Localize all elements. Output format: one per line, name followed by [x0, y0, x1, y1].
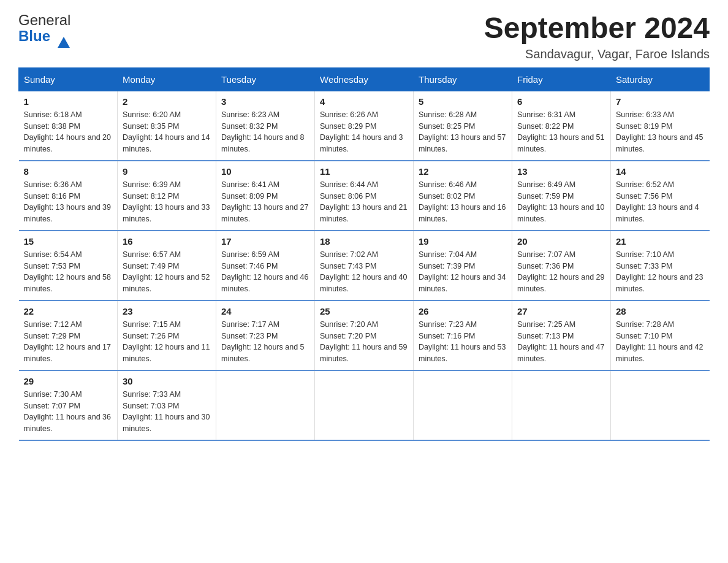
day-info: Sunrise: 6:46 AMSunset: 8:02 PMDaylight:… — [419, 179, 507, 225]
calendar-cell: 19Sunrise: 7:04 AMSunset: 7:39 PMDayligh… — [414, 231, 512, 301]
calendar-cell — [512, 370, 611, 440]
day-info: Sunrise: 6:33 AMSunset: 8:19 PMDaylight:… — [616, 109, 705, 155]
day-number: 4 — [320, 96, 408, 107]
day-number: 2 — [123, 96, 211, 107]
day-number: 23 — [123, 306, 211, 316]
day-info: Sunrise: 7:30 AMSunset: 7:07 PMDaylight:… — [24, 389, 113, 435]
day-info: Sunrise: 7:20 AMSunset: 7:20 PMDaylight:… — [320, 319, 408, 365]
calendar-cell: 4Sunrise: 6:26 AMSunset: 8:29 PMDaylight… — [315, 91, 414, 161]
calendar-cell: 21Sunrise: 7:10 AMSunset: 7:33 PMDayligh… — [611, 231, 710, 301]
day-number: 3 — [221, 96, 309, 107]
days-header-row: SundayMondayTuesdayWednesdayThursdayFrid… — [19, 67, 710, 91]
calendar-cell — [611, 370, 710, 440]
calendar-cell: 26Sunrise: 7:23 AMSunset: 7:16 PMDayligh… — [414, 301, 512, 370]
day-number: 17 — [221, 236, 309, 247]
day-number: 1 — [24, 96, 113, 107]
calendar-cell: 30Sunrise: 7:33 AMSunset: 7:03 PMDayligh… — [118, 370, 216, 440]
day-number: 25 — [320, 306, 408, 316]
day-header-saturday: Saturday — [611, 67, 710, 91]
day-number: 16 — [123, 236, 211, 247]
day-number: 9 — [123, 166, 211, 177]
calendar-cell: 16Sunrise: 6:57 AMSunset: 7:49 PMDayligh… — [118, 231, 216, 301]
logo-general: General — [18, 12, 70, 28]
day-number: 20 — [517, 236, 605, 247]
day-number: 24 — [221, 306, 309, 316]
week-row-3: 15Sunrise: 6:54 AMSunset: 7:53 PMDayligh… — [19, 231, 710, 301]
calendar-cell: 8Sunrise: 6:36 AMSunset: 8:16 PMDaylight… — [19, 161, 118, 231]
day-info: Sunrise: 6:57 AMSunset: 7:49 PMDaylight:… — [123, 249, 211, 295]
calendar-header: SundayMondayTuesdayWednesdayThursdayFrid… — [19, 67, 710, 91]
calendar-cell: 11Sunrise: 6:44 AMSunset: 8:06 PMDayligh… — [315, 161, 414, 231]
day-header-friday: Friday — [512, 67, 611, 91]
day-info: Sunrise: 6:52 AMSunset: 7:56 PMDaylight:… — [616, 179, 705, 225]
day-info: Sunrise: 6:39 AMSunset: 8:12 PMDaylight:… — [123, 179, 211, 225]
day-number: 13 — [517, 166, 605, 177]
calendar-cell: 1Sunrise: 6:18 AMSunset: 8:38 PMDaylight… — [19, 91, 118, 161]
day-header-monday: Monday — [118, 67, 216, 91]
day-number: 30 — [123, 376, 211, 386]
day-info: Sunrise: 7:28 AMSunset: 7:10 PMDaylight:… — [616, 319, 705, 365]
svg-marker-0 — [58, 37, 70, 48]
day-header-thursday: Thursday — [414, 67, 512, 91]
week-row-2: 8Sunrise: 6:36 AMSunset: 8:16 PMDaylight… — [19, 161, 710, 231]
calendar-title: September 2024 — [484, 12, 710, 45]
day-number: 8 — [24, 166, 113, 177]
day-info: Sunrise: 6:26 AMSunset: 8:29 PMDaylight:… — [320, 109, 408, 155]
calendar-cell: 27Sunrise: 7:25 AMSunset: 7:13 PMDayligh… — [512, 301, 611, 370]
calendar-cell: 25Sunrise: 7:20 AMSunset: 7:20 PMDayligh… — [315, 301, 414, 370]
title-area: September 2024 Sandavagur, Vagar, Faroe … — [484, 12, 710, 61]
calendar-cell: 18Sunrise: 7:02 AMSunset: 7:43 PMDayligh… — [315, 231, 414, 301]
day-number: 27 — [517, 306, 605, 316]
day-number: 21 — [616, 236, 705, 247]
day-info: Sunrise: 6:18 AMSunset: 8:38 PMDaylight:… — [24, 109, 113, 155]
day-info: Sunrise: 7:15 AMSunset: 7:26 PMDaylight:… — [123, 319, 211, 365]
day-info: Sunrise: 7:33 AMSunset: 7:03 PMDaylight:… — [123, 389, 211, 435]
day-number: 19 — [419, 236, 507, 247]
day-info: Sunrise: 7:17 AMSunset: 7:23 PMDaylight:… — [221, 319, 309, 365]
day-header-tuesday: Tuesday — [216, 67, 315, 91]
calendar-cell: 12Sunrise: 6:46 AMSunset: 8:02 PMDayligh… — [414, 161, 512, 231]
day-number: 22 — [24, 306, 113, 316]
calendar-cell: 17Sunrise: 6:59 AMSunset: 7:46 PMDayligh… — [216, 231, 315, 301]
day-info: Sunrise: 6:20 AMSunset: 8:35 PMDaylight:… — [123, 109, 211, 155]
calendar-cell: 3Sunrise: 6:23 AMSunset: 8:32 PMDaylight… — [216, 91, 315, 161]
day-info: Sunrise: 6:36 AMSunset: 8:16 PMDaylight:… — [24, 179, 113, 225]
calendar-cell: 7Sunrise: 6:33 AMSunset: 8:19 PMDaylight… — [611, 91, 710, 161]
day-info: Sunrise: 7:23 AMSunset: 7:16 PMDaylight:… — [419, 319, 507, 365]
calendar-cell: 2Sunrise: 6:20 AMSunset: 8:35 PMDaylight… — [118, 91, 216, 161]
calendar-cell: 20Sunrise: 7:07 AMSunset: 7:36 PMDayligh… — [512, 231, 611, 301]
day-number: 29 — [24, 376, 113, 386]
day-info: Sunrise: 6:44 AMSunset: 8:06 PMDaylight:… — [320, 179, 408, 225]
header: General Blue September 2024 Sandavagur, … — [18, 12, 710, 61]
day-header-wednesday: Wednesday — [315, 67, 414, 91]
calendar-cell: 5Sunrise: 6:28 AMSunset: 8:25 PMDaylight… — [414, 91, 512, 161]
logo-blue: Blue — [18, 28, 50, 44]
day-number: 28 — [616, 306, 705, 316]
day-info: Sunrise: 6:49 AMSunset: 7:59 PMDaylight:… — [517, 179, 605, 225]
day-number: 18 — [320, 236, 408, 247]
week-row-4: 22Sunrise: 7:12 AMSunset: 7:29 PMDayligh… — [19, 301, 710, 370]
day-header-sunday: Sunday — [19, 67, 118, 91]
day-info: Sunrise: 7:04 AMSunset: 7:39 PMDaylight:… — [419, 249, 507, 295]
calendar-cell: 14Sunrise: 6:52 AMSunset: 7:56 PMDayligh… — [611, 161, 710, 231]
calendar-cell: 6Sunrise: 6:31 AMSunset: 8:22 PMDaylight… — [512, 91, 611, 161]
day-number: 7 — [616, 96, 705, 107]
day-number: 10 — [221, 166, 309, 177]
day-info: Sunrise: 7:12 AMSunset: 7:29 PMDaylight:… — [24, 319, 113, 365]
logo: General Blue — [18, 12, 70, 45]
day-info: Sunrise: 6:41 AMSunset: 8:09 PMDaylight:… — [221, 179, 309, 225]
calendar-cell: 28Sunrise: 7:28 AMSunset: 7:10 PMDayligh… — [611, 301, 710, 370]
calendar-cell: 23Sunrise: 7:15 AMSunset: 7:26 PMDayligh… — [118, 301, 216, 370]
day-info: Sunrise: 6:31 AMSunset: 8:22 PMDaylight:… — [517, 109, 605, 155]
day-number: 26 — [419, 306, 507, 316]
day-number: 5 — [419, 96, 507, 107]
day-number: 12 — [419, 166, 507, 177]
calendar-body: 1Sunrise: 6:18 AMSunset: 8:38 PMDaylight… — [19, 91, 710, 440]
calendar-cell — [315, 370, 414, 440]
day-info: Sunrise: 7:07 AMSunset: 7:36 PMDaylight:… — [517, 249, 605, 295]
calendar-cell: 9Sunrise: 6:39 AMSunset: 8:12 PMDaylight… — [118, 161, 216, 231]
calendar-cell: 15Sunrise: 6:54 AMSunset: 7:53 PMDayligh… — [19, 231, 118, 301]
day-info: Sunrise: 6:59 AMSunset: 7:46 PMDaylight:… — [221, 249, 309, 295]
calendar-table: SundayMondayTuesdayWednesdayThursdayFrid… — [18, 67, 710, 441]
calendar-cell: 22Sunrise: 7:12 AMSunset: 7:29 PMDayligh… — [19, 301, 118, 370]
